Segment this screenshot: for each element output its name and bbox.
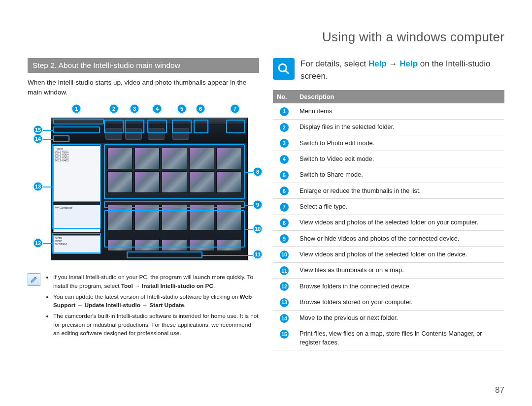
row-badge: 11 [280, 266, 289, 275]
row-badge: 7 [280, 203, 289, 212]
th-no: No. [273, 90, 296, 103]
table-row: 13Browse folders stored on your computer… [273, 294, 504, 310]
row-desc-cell: Browse folders in the connected device. [296, 279, 504, 294]
callout-box-9 [104, 201, 245, 208]
row-num-cell: 4 [273, 151, 296, 167]
callout-num: 6 [196, 104, 205, 114]
callout-box-14 [53, 135, 69, 142]
callout-box-6 [194, 120, 208, 133]
callout-box-3 [125, 120, 144, 133]
divider [28, 48, 504, 48]
callout-num: 11 [253, 250, 263, 259]
help-text: For details, select Help → Help on the I… [300, 58, 504, 82]
note-item: You can update the latest version of Int… [53, 293, 259, 310]
row-badge: 1 [280, 107, 289, 116]
table-row: 8View videos and photos of the selected … [273, 215, 504, 230]
callout-box-5 [172, 120, 192, 133]
row-badge: 12 [280, 282, 289, 291]
table-row: 5Switch to Share mode. [273, 167, 504, 183]
row-num-cell: 8 [273, 215, 296, 230]
row-badge: 9 [280, 234, 289, 243]
page-title: Using with a windows computer [28, 30, 504, 45]
row-desc-cell: Switch to Share mode. [296, 167, 504, 183]
row-num-cell: 7 [273, 199, 296, 215]
leader-line [202, 255, 256, 256]
callout-box-7 [226, 120, 245, 133]
row-badge: 8 [280, 219, 289, 227]
callout-box-11 [127, 251, 202, 258]
row-num-cell: 2 [273, 119, 296, 135]
callout-box-12 [52, 233, 101, 253]
row-desc-cell: Switch to Photo edit mode. [296, 135, 504, 151]
table-row: 2Display files in the selected folder. [273, 119, 504, 135]
callout-num: 7 [230, 104, 240, 114]
screenshot-diagram: Folder2013-01012013-03042013-03052013-04… [30, 104, 257, 266]
row-desc-cell: View videos and photos of the selected f… [296, 247, 504, 262]
callout-num: 12 [33, 238, 43, 248]
row-badge: 15 [280, 330, 289, 339]
row-desc-cell: Display files in the selected folder. [296, 119, 504, 135]
page-number: 87 [495, 385, 504, 395]
row-num-cell: 11 [273, 262, 296, 278]
row-num-cell: 12 [273, 279, 296, 294]
row-badge: 3 [280, 139, 289, 148]
leader-line [43, 187, 52, 187]
leader-line [43, 243, 52, 244]
note-item: If you install Intelli-studio on your PC… [53, 273, 259, 290]
row-desc-cell: View files as thumbnails or on a map. [296, 262, 504, 278]
right-column: For details, select Help → Help on the I… [273, 58, 504, 350]
table-row: 15Print files, view files on a map, stor… [273, 326, 504, 350]
row-num-cell: 10 [273, 247, 296, 262]
callout-num: 5 [177, 104, 187, 114]
callout-num: 4 [152, 104, 162, 114]
left-column: Step 2. About the Intelli-studio main wi… [28, 58, 259, 350]
callout-num: 10 [253, 224, 263, 234]
callout-box-13 [52, 144, 101, 229]
row-badge: 6 [280, 187, 289, 195]
row-desc-cell: Select a file type. [296, 199, 504, 215]
row-num-cell: 3 [273, 135, 296, 151]
row-num-cell: 9 [273, 231, 296, 247]
row-desc-cell: Show or hide videos and photos of the co… [296, 231, 504, 247]
row-num-cell: 6 [273, 183, 296, 199]
table-row: 9Show or hide videos and photos of the c… [273, 231, 504, 247]
row-num-cell: 15 [273, 326, 296, 350]
th-desc: Description [296, 90, 504, 103]
step-heading: Step 2. About the Intelli-studio main wi… [28, 58, 259, 73]
callout-box-8 [104, 144, 245, 199]
row-badge: 13 [280, 298, 289, 307]
table-row: 1Menu items [273, 103, 504, 119]
callout-box-15 [53, 126, 100, 133]
row-desc-cell: Print files, view files on a map, store … [296, 326, 504, 350]
row-badge: 2 [280, 123, 289, 132]
table-row: 7Select a file type. [273, 199, 504, 215]
callout-num: 8 [253, 167, 263, 177]
leader-line [43, 130, 53, 131]
callout-num: 2 [109, 104, 119, 114]
row-desc-cell: Move to the previous or next folder. [296, 310, 504, 326]
row-num-cell: 14 [273, 310, 296, 326]
leader-line [43, 139, 53, 140]
row-num-cell: 1 [273, 103, 296, 119]
callout-box-10 [104, 210, 245, 248]
table-row: 12Browse folders in the connected device… [273, 279, 504, 294]
table-row: 14Move to the previous or next folder. [273, 310, 504, 326]
row-num-cell: 5 [273, 167, 296, 183]
callout-num: 13 [33, 182, 43, 191]
callout-num: 14 [33, 134, 43, 144]
table-row: 3Switch to Photo edit mode. [273, 135, 504, 151]
row-badge: 5 [280, 171, 289, 180]
description-table: No. Description 1Menu items2Display file… [273, 90, 504, 350]
row-num-cell: 13 [273, 294, 296, 310]
row-desc-cell: View videos and photos of the selected f… [296, 215, 504, 230]
table-row: 10View videos and photos of the selected… [273, 247, 504, 262]
magnify-icon [273, 58, 295, 80]
callout-box-4 [147, 120, 167, 133]
callout-num: 9 [253, 200, 263, 210]
callout-num: 1 [71, 104, 81, 114]
note-box: If you install Intelli-studio on your PC… [28, 273, 259, 340]
row-desc-cell: Browse folders stored on your computer. [296, 294, 504, 310]
table-row: 6Enlarge or reduce the thumbnails in the… [273, 183, 504, 199]
callout-num: 3 [130, 104, 139, 114]
row-desc-cell: Menu items [296, 103, 504, 119]
